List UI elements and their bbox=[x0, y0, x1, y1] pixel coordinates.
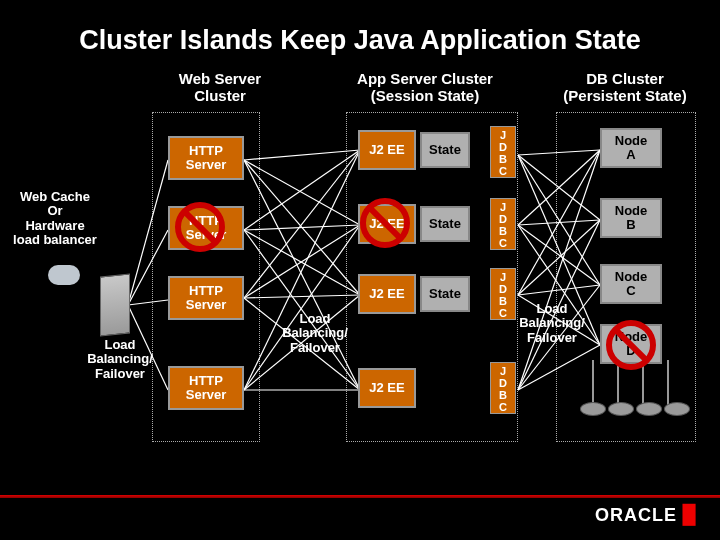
svg-line-14 bbox=[244, 295, 360, 298]
svg-line-17 bbox=[244, 225, 360, 390]
col-head-app: App Server Cluster(Session State) bbox=[340, 70, 510, 105]
j2ee-1: J2 EE bbox=[358, 130, 416, 170]
oracle-logo-box-icon: ▉ bbox=[677, 505, 698, 525]
http-server-4: HTTPServer bbox=[168, 366, 244, 410]
disk-icon-1 bbox=[580, 402, 606, 416]
lb-label-3: LoadBalancing/Failover bbox=[512, 302, 592, 345]
db-node-c: NodeC bbox=[600, 264, 662, 304]
prohibit-icon-http bbox=[175, 202, 225, 252]
svg-line-6 bbox=[244, 160, 360, 295]
oracle-logo-text: ORACLE bbox=[595, 505, 677, 525]
prohibit-icon-db bbox=[606, 320, 656, 370]
web-cache-label: Web CacheOrHardwareload balancer bbox=[10, 190, 100, 247]
lb-server-icon bbox=[100, 273, 130, 336]
db-node-a: NodeA bbox=[600, 128, 662, 168]
disk-icon-4 bbox=[664, 402, 690, 416]
col-head-web: Web ServerCluster bbox=[150, 70, 290, 105]
jdbc-1: JDBC bbox=[490, 126, 516, 178]
state-1: State bbox=[420, 132, 470, 168]
svg-line-4 bbox=[244, 150, 360, 160]
state-2: State bbox=[420, 206, 470, 242]
j2ee-3: J2 EE bbox=[358, 274, 416, 314]
lb-label-2: LoadBalancing/Failover bbox=[275, 312, 355, 355]
prohibit-icon-j2ee bbox=[360, 198, 410, 248]
svg-line-13 bbox=[244, 225, 360, 298]
svg-line-9 bbox=[244, 225, 360, 230]
svg-line-10 bbox=[244, 230, 360, 295]
col-head-db: DB Cluster(Persistent State) bbox=[540, 70, 710, 105]
http-server-1: HTTPServer bbox=[168, 136, 244, 180]
jdbc-2: JDBC bbox=[490, 198, 516, 250]
state-3: State bbox=[420, 276, 470, 312]
svg-line-5 bbox=[244, 160, 360, 225]
svg-line-7 bbox=[244, 160, 360, 390]
slide-title: Cluster Islands Keep Java Application St… bbox=[0, 0, 720, 66]
svg-line-8 bbox=[244, 150, 360, 230]
disk-icon-3 bbox=[636, 402, 662, 416]
svg-line-12 bbox=[244, 150, 360, 298]
footer-divider bbox=[0, 495, 720, 498]
jdbc-4: JDBC bbox=[490, 362, 516, 414]
db-node-b: NodeB bbox=[600, 198, 662, 238]
disk-icon-2 bbox=[608, 402, 634, 416]
svg-line-11 bbox=[244, 230, 360, 390]
oracle-logo: ORACLE ▉ bbox=[595, 504, 698, 526]
http-server-3: HTTPServer bbox=[168, 276, 244, 320]
j2ee-4: J2 EE bbox=[358, 368, 416, 408]
diagram-stage: Web ServerCluster App Server Cluster(Ses… bbox=[0, 70, 720, 490]
lb-label-1: LoadBalancing/Failover bbox=[80, 338, 160, 381]
cloud-icon bbox=[48, 265, 80, 285]
